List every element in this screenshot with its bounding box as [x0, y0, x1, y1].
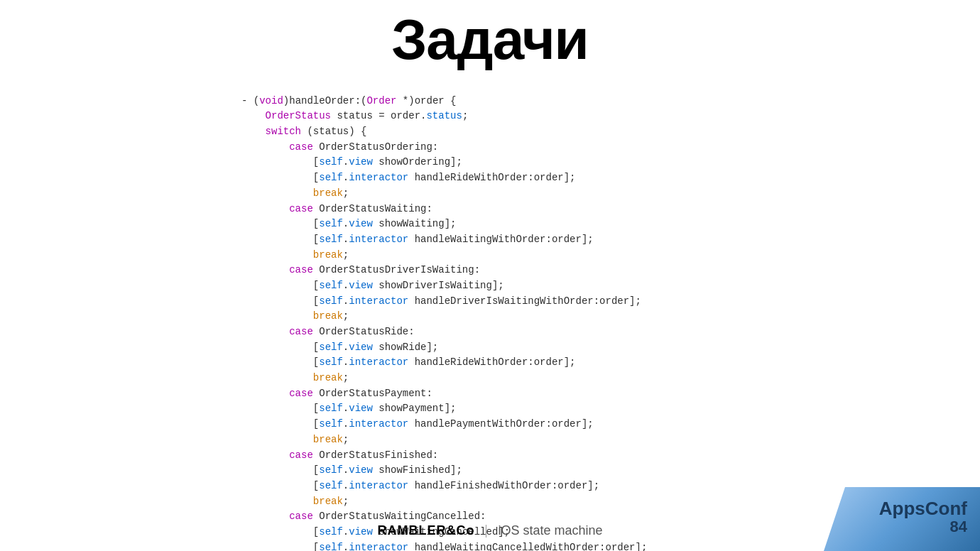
appsconf-badge: AppsConf 84	[824, 487, 980, 551]
footer-divider	[486, 525, 486, 538]
footer-subtitle: iOS state machine	[498, 523, 602, 538]
code-block: - (void)handleOrder:(Order *)order { Ord…	[241, 78, 695, 551]
appsconf-label: AppsConf	[879, 498, 967, 519]
appsconf-number: 84	[950, 518, 967, 535]
page-title: Задачи	[0, 0, 980, 72]
rambler-logo: RAMBLER&Co	[377, 523, 474, 538]
